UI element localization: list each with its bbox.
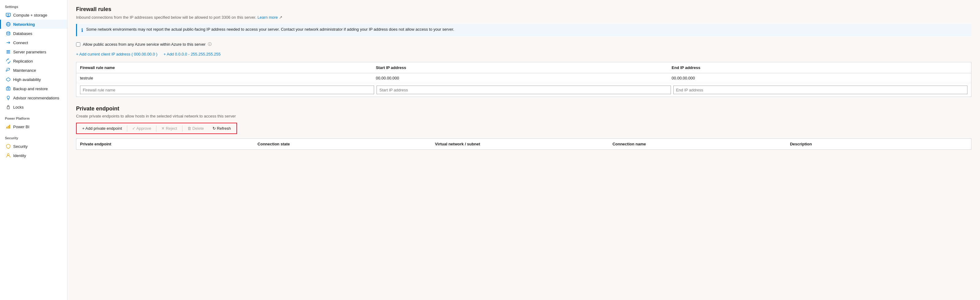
start-ip-input[interactable] xyxy=(377,86,671,94)
sidebar-label-locks: Locks xyxy=(13,105,24,110)
sidebar-label-maintenance: Maintenance xyxy=(13,68,36,73)
sidebar-item-locks[interactable]: Locks xyxy=(0,102,67,112)
reject-button[interactable]: ✕ Reject xyxy=(158,124,180,132)
firewall-table-header: Firewall rule name Start IP address End … xyxy=(76,62,971,73)
add-client-ip-link[interactable]: + Add current client IP address ( 000.00… xyxy=(76,52,157,56)
col-end-ip: End IP address xyxy=(671,65,967,70)
svg-rect-7 xyxy=(6,51,10,52)
sidebar-label-databases: Databases xyxy=(13,31,32,36)
start-ip-value: 00.00.00.000 xyxy=(376,76,672,80)
svg-rect-8 xyxy=(6,53,10,53)
learn-more-link[interactable]: Learn more xyxy=(258,15,278,20)
sidebar-label-security: Security xyxy=(13,144,28,149)
firewall-desc: Inbound connections from the IP addresse… xyxy=(76,15,971,20)
sidebar: Settings Compute + storage Networking Da… xyxy=(0,0,67,300)
private-endpoint-section: Private endpoint Create private endpoint… xyxy=(76,105,971,150)
identity-icon xyxy=(6,153,11,158)
svg-rect-14 xyxy=(8,126,9,129)
svg-rect-1 xyxy=(7,17,10,17)
toolbar-divider-3 xyxy=(182,126,183,132)
info-icon: ℹ xyxy=(81,27,83,33)
pe-toolbar: + Add private endpoint ✓ Approve ✕ Rejec… xyxy=(76,123,237,134)
pe-col-state: Connection state xyxy=(258,142,435,146)
sidebar-label-server-params: Server parameters xyxy=(13,50,46,54)
sidebar-item-connect[interactable]: Connect xyxy=(0,38,67,47)
pe-col-endpoint: Private endpoint xyxy=(80,142,258,146)
power-platform-section-title: Power Platform xyxy=(0,112,67,122)
svg-rect-6 xyxy=(6,50,10,51)
advisor-icon xyxy=(6,96,11,100)
svg-point-5 xyxy=(7,32,10,33)
security-section-title: Security xyxy=(0,131,67,142)
refresh-button[interactable]: ↻ Refresh xyxy=(210,124,234,132)
security-icon xyxy=(6,144,11,149)
col-start-ip: Start IP address xyxy=(376,65,672,70)
svg-rect-12 xyxy=(7,107,10,109)
settings-section-title: Settings xyxy=(0,0,67,10)
sidebar-label-advisor: Advisor recommendations xyxy=(13,96,59,100)
add-range-link[interactable]: + Add 0.0.0.0 - 255.255.255.255 xyxy=(164,52,221,56)
ha-icon xyxy=(6,77,11,82)
end-ip-value: 00.00.00.000 xyxy=(671,76,967,80)
svg-rect-0 xyxy=(6,13,10,16)
allow-public-access-checkbox[interactable] xyxy=(76,42,80,46)
sidebar-label-networking: Networking xyxy=(13,22,35,27)
connect-icon xyxy=(6,40,11,45)
sidebar-label-ha: High availability xyxy=(13,77,41,82)
sidebar-item-powerbi[interactable]: Power BI xyxy=(0,122,67,131)
delete-button[interactable]: 🗑 Delete xyxy=(184,124,207,132)
allow-public-access-row: Allow public access from any Azure servi… xyxy=(76,42,971,47)
approve-button[interactable]: ✓ Approve xyxy=(129,124,154,132)
sidebar-item-ha[interactable]: High availability xyxy=(0,75,67,84)
pe-col-network: Virtual network / subnet xyxy=(435,142,612,146)
sidebar-label-connect: Connect xyxy=(13,40,28,45)
locks-icon xyxy=(6,105,11,110)
main-content: Firewall rules Inbound connections from … xyxy=(67,0,980,300)
help-icon: ⓘ xyxy=(208,42,212,47)
server-params-icon xyxy=(6,49,11,54)
databases-icon xyxy=(6,31,11,36)
sidebar-item-maintenance[interactable]: Maintenance xyxy=(0,65,67,75)
firewall-rule-name-input[interactable] xyxy=(80,86,374,94)
svg-point-2 xyxy=(8,14,9,15)
sidebar-label-powerbi: Power BI xyxy=(13,124,29,129)
pe-col-name: Connection name xyxy=(612,142,790,146)
svg-rect-9 xyxy=(6,88,10,90)
add-private-endpoint-button[interactable]: + Add private endpoint xyxy=(79,124,125,132)
sidebar-item-security[interactable]: Security xyxy=(0,142,67,151)
new-rule-row xyxy=(76,83,971,97)
sidebar-item-advisor[interactable]: Advisor recommendations xyxy=(0,93,67,102)
pe-col-description: Description xyxy=(790,142,967,146)
sidebar-item-server-params[interactable]: Server parameters xyxy=(0,47,67,56)
pe-desc: Create private endpoints to allow hosts … xyxy=(76,114,971,118)
sidebar-label-identity: Identity xyxy=(13,153,26,158)
svg-point-10 xyxy=(8,88,9,89)
sidebar-item-backup[interactable]: Backup and restore xyxy=(0,84,67,93)
network-icon xyxy=(6,22,11,27)
sidebar-item-identity[interactable]: Identity xyxy=(0,151,67,160)
rule-name-value: testrule xyxy=(80,76,376,80)
compute-icon xyxy=(6,13,11,18)
table-row: testrule 00.00.00.000 00.00.00.000 xyxy=(76,73,971,83)
replication-icon xyxy=(6,59,11,64)
svg-point-16 xyxy=(7,154,9,156)
firewall-table: Firewall rule name Start IP address End … xyxy=(76,62,971,97)
sidebar-item-compute[interactable]: Compute + storage xyxy=(0,10,67,20)
svg-point-11 xyxy=(7,96,10,99)
col-rule-name: Firewall rule name xyxy=(80,65,376,70)
sidebar-label-replication: Replication xyxy=(13,59,33,64)
sidebar-item-replication[interactable]: Replication xyxy=(0,56,67,65)
svg-rect-15 xyxy=(9,125,10,129)
maintenance-icon xyxy=(6,68,11,73)
sidebar-label-compute: Compute + storage xyxy=(13,13,47,18)
end-ip-input[interactable] xyxy=(673,86,967,94)
ip-links: + Add current client IP address ( 000.00… xyxy=(76,52,971,56)
sidebar-item-databases[interactable]: Databases xyxy=(0,29,67,38)
svg-rect-13 xyxy=(6,127,7,129)
info-banner: ℹ Some network environments may not repo… xyxy=(76,24,971,36)
pe-table-header: Private endpoint Connection state Virtua… xyxy=(76,138,971,150)
sidebar-item-networking[interactable]: Networking xyxy=(0,20,67,29)
firewall-title: Firewall rules xyxy=(76,6,971,13)
toolbar-divider-2 xyxy=(156,126,156,132)
pe-title: Private endpoint xyxy=(76,105,971,112)
